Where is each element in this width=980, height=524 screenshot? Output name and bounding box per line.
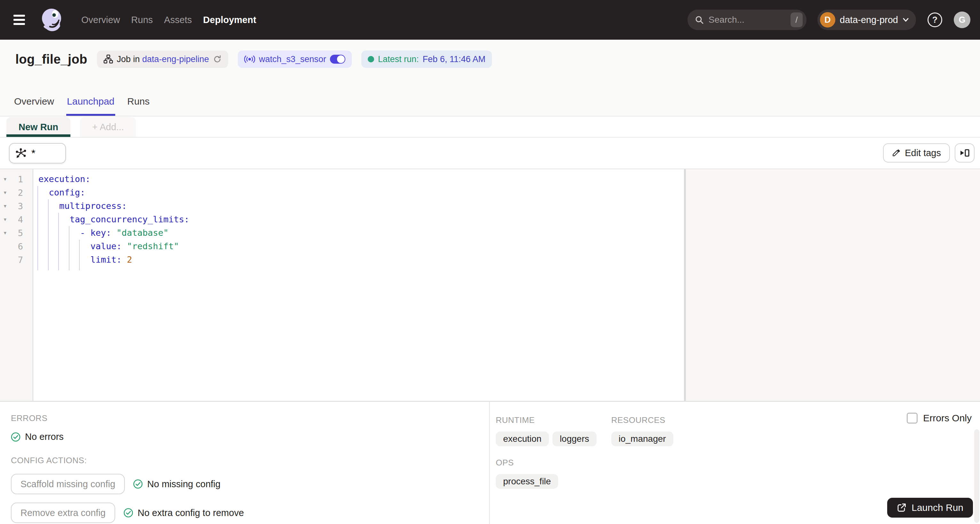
editor-gutter: ▼1▼2▼3▼4▼567 xyxy=(0,169,33,401)
nav-item-deployment[interactable]: Deployment xyxy=(203,15,256,25)
gutter-row: ▼2 xyxy=(0,186,33,199)
search-shortcut-badge: / xyxy=(791,13,803,27)
fold-arrow-icon[interactable]: ▼ xyxy=(0,177,11,181)
tag-list: io_manager xyxy=(611,432,673,446)
launch-run-button[interactable]: Launch Run xyxy=(887,498,973,518)
line-number: 3 xyxy=(11,201,33,211)
help-icon[interactable]: ? xyxy=(928,13,942,27)
bottom-panel: ERRORS No errors CONFIG ACTIONS: Scaffol… xyxy=(0,401,980,524)
line-number: 5 xyxy=(11,228,33,238)
fold-arrow-icon[interactable]: ▼ xyxy=(0,231,11,235)
nav-item-runs[interactable]: Runs xyxy=(131,15,153,25)
op-selector-value: * xyxy=(31,148,35,159)
section-ops: OPSprocess_file xyxy=(496,458,558,489)
page-title: log_file_job xyxy=(15,52,88,67)
dagster-logo-icon[interactable] xyxy=(40,7,64,33)
sensor-toggle[interactable] xyxy=(330,55,345,64)
sensor-pill: watch_s3_sensor xyxy=(238,51,352,68)
deployment-switcher[interactable]: D data-eng-prod xyxy=(818,10,916,30)
indent-guide xyxy=(58,213,59,270)
tag-execution[interactable]: execution xyxy=(496,432,549,446)
play-panel-icon xyxy=(959,148,970,157)
top-nav-bar: OverviewRunsAssetsDeployment / D data-en… xyxy=(0,0,980,40)
tab-launchpad[interactable]: Launchpad xyxy=(66,96,115,116)
yaml-code-area[interactable]: execution: config: multiprocess: tag_con… xyxy=(34,169,684,401)
tag-loggers[interactable]: loggers xyxy=(552,432,597,446)
search-icon xyxy=(695,15,704,25)
latest-run-time-link[interactable]: Feb 6, 11:46 AM xyxy=(423,54,485,64)
search-box[interactable]: / xyxy=(687,10,807,30)
gutter-row: ▼3 xyxy=(0,199,33,213)
job-tabs: OverviewLaunchpadRuns xyxy=(13,96,150,116)
errors-panel: ERRORS No errors CONFIG ACTIONS: Scaffol… xyxy=(0,402,489,524)
search-input[interactable] xyxy=(709,15,791,25)
code-line: execution: xyxy=(38,172,684,186)
pipeline-link[interactable]: data-eng-pipeline xyxy=(142,54,209,64)
section-runtime: RUNTIMEexecutionloggers xyxy=(496,415,597,446)
nav-item-overview[interactable]: Overview xyxy=(81,15,120,25)
panel-scrollbar[interactable] xyxy=(973,402,980,524)
chevron-down-icon xyxy=(902,17,909,22)
code-line: tag_concurrency_limits: xyxy=(38,213,684,226)
sensor-link[interactable]: watch_s3_sensor xyxy=(259,54,326,64)
nav-right-cluster: / D data-eng-prod ? G xyxy=(687,10,971,30)
run-status-dot xyxy=(368,56,374,62)
nav-item-assets[interactable]: Assets xyxy=(164,15,192,25)
line-number: 4 xyxy=(11,214,33,225)
hamburger-menu-icon[interactable] xyxy=(13,11,31,29)
job-location-text: Job in data-eng-pipeline xyxy=(117,54,209,64)
job-graph-icon xyxy=(103,54,113,64)
code-line: value: "redshift" xyxy=(38,240,684,253)
op-selector-button[interactable]: * xyxy=(9,143,66,164)
edit-tags-button[interactable]: Edit tags xyxy=(883,143,950,162)
fold-arrow-icon[interactable]: ▼ xyxy=(0,217,11,222)
dagster-launchpad-page: OverviewRunsAssetsDeployment / D data-en… xyxy=(0,0,980,524)
action-status-text: No missing config xyxy=(147,479,221,489)
launch-icon xyxy=(897,503,907,513)
launchpad-config-tabs: New Run+ Add... xyxy=(6,117,136,137)
tag-list: process_file xyxy=(496,474,558,489)
section-resources: RESOURCESio_manager xyxy=(611,415,673,446)
action-status: No extra config to remove xyxy=(124,508,244,518)
tab-overview[interactable]: Overview xyxy=(13,96,55,116)
pencil-icon xyxy=(892,149,900,157)
title-row: log_file_job Job in data-eng-pipeline xyxy=(15,51,492,68)
config-tab-add[interactable]: + Add... xyxy=(80,117,136,137)
sensor-icon xyxy=(244,55,255,64)
ops-label: OPS xyxy=(496,458,558,468)
scaffold-missing-config-button[interactable]: Scaffold missing config xyxy=(11,474,125,494)
indent-guide xyxy=(48,199,49,270)
reload-icon[interactable] xyxy=(213,55,222,64)
config-editor: ▼1▼2▼3▼4▼567 execution: config: multipro… xyxy=(0,169,980,401)
user-avatar[interactable]: G xyxy=(954,11,970,28)
tag-io-manager[interactable]: io_manager xyxy=(611,432,673,446)
preview-row-2: OPSprocess_file xyxy=(496,458,980,489)
remove-extra-config-button[interactable]: Remove extra config xyxy=(11,503,115,523)
fold-arrow-icon[interactable]: ▼ xyxy=(0,191,11,195)
check-circle-icon xyxy=(124,508,133,518)
job-location-pill: Job in data-eng-pipeline xyxy=(97,51,228,68)
tab-runs[interactable]: Runs xyxy=(127,96,150,116)
gutter-row: 6 xyxy=(0,240,33,253)
config-tab-new-run[interactable]: New Run xyxy=(6,117,70,137)
fold-arrow-icon[interactable]: ▼ xyxy=(0,204,11,208)
nav-links: OverviewRunsAssetsDeployment xyxy=(81,15,256,25)
toggle-right-panel-button[interactable] xyxy=(955,143,975,162)
line-number: 7 xyxy=(11,255,33,265)
tag-process-file[interactable]: process_file xyxy=(496,474,558,489)
code-line: multiprocess: xyxy=(38,199,684,213)
line-number: 1 xyxy=(11,174,33,184)
errors-only-checkbox[interactable] xyxy=(907,413,918,424)
deployment-name: data-eng-prod xyxy=(840,15,898,25)
indent-guide xyxy=(37,186,38,270)
runtime-label: RUNTIME xyxy=(496,415,597,425)
job-header: log_file_job Job in data-eng-pipeline xyxy=(0,40,980,116)
deployment-initial-badge: D xyxy=(820,12,835,27)
indent-guide xyxy=(79,240,80,270)
code-line: - key: "database" xyxy=(38,226,684,240)
code-line: limit: 2 xyxy=(38,253,684,267)
tag-list: executionloggers xyxy=(496,432,597,446)
line-number: 2 xyxy=(11,188,33,198)
no-errors-status: No errors xyxy=(11,432,489,442)
config-action-rows: Scaffold missing configNo missing config… xyxy=(11,474,489,523)
